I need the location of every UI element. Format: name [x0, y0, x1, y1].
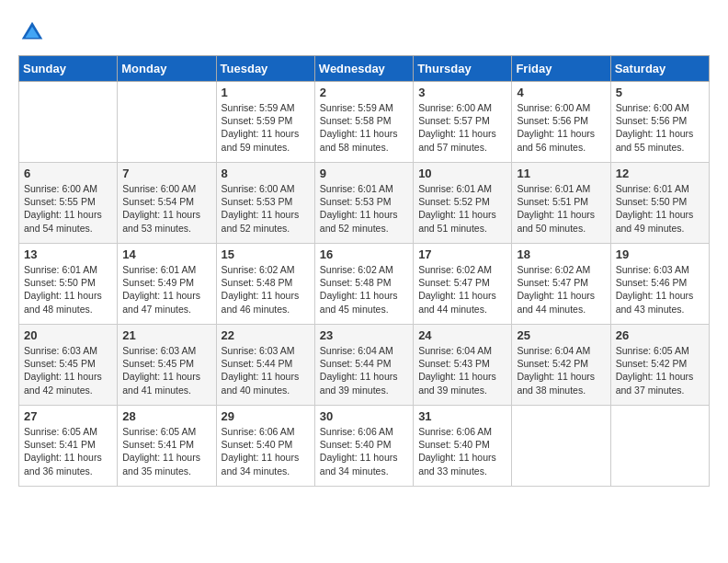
day-number: 14	[122, 247, 210, 261]
calendar-cell: 27Sunrise: 6:05 AM Sunset: 5:41 PM Dayli…	[19, 406, 118, 487]
cell-content: Sunrise: 6:01 AM Sunset: 5:53 PM Dayligh…	[320, 182, 408, 235]
calendar-cell: 22Sunrise: 6:03 AM Sunset: 5:44 PM Dayli…	[216, 325, 314, 406]
cell-content: Sunrise: 6:01 AM Sunset: 5:52 PM Dayligh…	[418, 182, 506, 235]
cell-content: Sunrise: 6:02 AM Sunset: 5:48 PM Dayligh…	[222, 263, 310, 316]
day-header-thursday: Thursday	[414, 56, 512, 82]
calendar-cell: 1Sunrise: 5:59 AM Sunset: 5:59 PM Daylig…	[216, 82, 314, 163]
day-number: 9	[320, 167, 408, 180]
cell-content: Sunrise: 6:00 AM Sunset: 5:56 PM Dayligh…	[616, 101, 704, 154]
cell-content: Sunrise: 6:01 AM Sunset: 5:49 PM Dayligh…	[122, 263, 210, 316]
calendar-week-row: 6Sunrise: 6:00 AM Sunset: 5:55 PM Daylig…	[19, 163, 710, 244]
cell-content: Sunrise: 6:01 AM Sunset: 5:50 PM Dayligh…	[24, 263, 112, 316]
cell-content: Sunrise: 6:03 AM Sunset: 5:44 PM Dayligh…	[222, 344, 310, 396]
day-number: 2	[320, 86, 408, 99]
day-number: 20	[24, 328, 112, 342]
day-number: 21	[122, 328, 210, 342]
cell-content: Sunrise: 6:05 AM Sunset: 5:41 PM Dayligh…	[24, 425, 112, 477]
cell-content: Sunrise: 6:04 AM Sunset: 5:43 PM Dayligh…	[418, 344, 506, 396]
cell-content: Sunrise: 6:03 AM Sunset: 5:45 PM Dayligh…	[122, 344, 210, 396]
day-number: 18	[517, 247, 605, 261]
calendar-cell: 5Sunrise: 6:00 AM Sunset: 5:56 PM Daylig…	[610, 82, 709, 163]
cell-content: Sunrise: 6:00 AM Sunset: 5:57 PM Dayligh…	[418, 101, 506, 154]
calendar-cell: 26Sunrise: 6:05 AM Sunset: 5:42 PM Dayli…	[610, 325, 709, 406]
day-number: 8	[222, 167, 310, 180]
cell-content: Sunrise: 5:59 AM Sunset: 5:58 PM Dayligh…	[320, 101, 408, 154]
calendar-cell: 9Sunrise: 6:01 AM Sunset: 5:53 PM Daylig…	[314, 163, 413, 244]
cell-content: Sunrise: 6:05 AM Sunset: 5:42 PM Dayligh…	[616, 344, 704, 396]
calendar-cell	[610, 406, 709, 487]
calendar-cell: 23Sunrise: 6:04 AM Sunset: 5:44 PM Dayli…	[314, 325, 413, 406]
calendar-week-row: 1Sunrise: 5:59 AM Sunset: 5:59 PM Daylig…	[19, 82, 710, 163]
calendar-cell: 7Sunrise: 6:00 AM Sunset: 5:54 PM Daylig…	[118, 163, 216, 244]
cell-content: Sunrise: 6:01 AM Sunset: 5:51 PM Dayligh…	[517, 182, 605, 235]
cell-content: Sunrise: 6:00 AM Sunset: 5:53 PM Dayligh…	[222, 182, 310, 235]
day-number: 27	[24, 409, 112, 423]
day-number: 31	[418, 409, 506, 423]
logo	[18, 18, 50, 46]
day-number: 10	[418, 167, 506, 180]
day-number: 5	[616, 86, 704, 99]
calendar-cell: 21Sunrise: 6:03 AM Sunset: 5:45 PM Dayli…	[118, 325, 216, 406]
day-number: 23	[320, 328, 408, 342]
calendar-cell: 13Sunrise: 6:01 AM Sunset: 5:50 PM Dayli…	[19, 244, 118, 325]
calendar-week-row: 13Sunrise: 6:01 AM Sunset: 5:50 PM Dayli…	[19, 244, 710, 325]
calendar-table: SundayMondayTuesdayWednesdayThursdayFrid…	[18, 55, 710, 487]
day-number: 26	[616, 328, 704, 342]
day-header-wednesday: Wednesday	[314, 56, 413, 82]
day-number: 22	[222, 328, 310, 342]
cell-content: Sunrise: 6:06 AM Sunset: 5:40 PM Dayligh…	[320, 425, 408, 477]
cell-content: Sunrise: 6:04 AM Sunset: 5:42 PM Dayligh…	[517, 344, 605, 396]
day-number: 4	[517, 86, 605, 99]
cell-content: Sunrise: 6:02 AM Sunset: 5:48 PM Dayligh…	[320, 263, 408, 316]
calendar-cell: 19Sunrise: 6:03 AM Sunset: 5:46 PM Dayli…	[610, 244, 709, 325]
day-number: 19	[616, 247, 704, 261]
calendar-cell: 25Sunrise: 6:04 AM Sunset: 5:42 PM Dayli…	[512, 325, 610, 406]
calendar-cell: 20Sunrise: 6:03 AM Sunset: 5:45 PM Dayli…	[19, 325, 118, 406]
day-header-sunday: Sunday	[19, 56, 118, 82]
calendar-cell: 14Sunrise: 6:01 AM Sunset: 5:49 PM Dayli…	[118, 244, 216, 325]
calendar-cell: 4Sunrise: 6:00 AM Sunset: 5:56 PM Daylig…	[512, 82, 610, 163]
cell-content: Sunrise: 6:04 AM Sunset: 5:44 PM Dayligh…	[320, 344, 408, 396]
calendar-week-row: 20Sunrise: 6:03 AM Sunset: 5:45 PM Dayli…	[19, 325, 710, 406]
cell-content: Sunrise: 6:00 AM Sunset: 5:54 PM Dayligh…	[122, 182, 210, 235]
cell-content: Sunrise: 6:02 AM Sunset: 5:47 PM Dayligh…	[418, 263, 506, 316]
cell-content: Sunrise: 6:06 AM Sunset: 5:40 PM Dayligh…	[418, 425, 506, 477]
calendar-cell: 24Sunrise: 6:04 AM Sunset: 5:43 PM Dayli…	[414, 325, 512, 406]
day-number: 29	[222, 409, 310, 423]
calendar-cell: 29Sunrise: 6:06 AM Sunset: 5:40 PM Dayli…	[216, 406, 314, 487]
calendar-cell: 10Sunrise: 6:01 AM Sunset: 5:52 PM Dayli…	[414, 163, 512, 244]
calendar-cell: 30Sunrise: 6:06 AM Sunset: 5:40 PM Dayli…	[314, 406, 413, 487]
calendar-cell	[512, 406, 610, 487]
calendar-cell: 28Sunrise: 6:05 AM Sunset: 5:41 PM Dayli…	[118, 406, 216, 487]
day-number: 6	[24, 167, 112, 180]
day-number: 13	[24, 247, 112, 261]
day-number: 17	[418, 247, 506, 261]
day-number: 28	[122, 409, 210, 423]
calendar-cell: 6Sunrise: 6:00 AM Sunset: 5:55 PM Daylig…	[19, 163, 118, 244]
calendar-cell: 11Sunrise: 6:01 AM Sunset: 5:51 PM Dayli…	[512, 163, 610, 244]
day-header-friday: Friday	[512, 56, 610, 82]
calendar-cell: 2Sunrise: 5:59 AM Sunset: 5:58 PM Daylig…	[314, 82, 413, 163]
day-header-saturday: Saturday	[610, 56, 709, 82]
cell-content: Sunrise: 6:03 AM Sunset: 5:46 PM Dayligh…	[616, 263, 704, 316]
day-number: 25	[517, 328, 605, 342]
calendar-header-row: SundayMondayTuesdayWednesdayThursdayFrid…	[19, 56, 710, 82]
cell-content: Sunrise: 6:02 AM Sunset: 5:47 PM Dayligh…	[517, 263, 605, 316]
day-number: 24	[418, 328, 506, 342]
day-header-monday: Monday	[118, 56, 216, 82]
calendar-cell: 12Sunrise: 6:01 AM Sunset: 5:50 PM Dayli…	[610, 163, 709, 244]
calendar-cell: 16Sunrise: 6:02 AM Sunset: 5:48 PM Dayli…	[314, 244, 413, 325]
cell-content: Sunrise: 6:06 AM Sunset: 5:40 PM Dayligh…	[222, 425, 310, 477]
page-header	[18, 18, 710, 46]
calendar-cell	[118, 82, 216, 163]
day-number: 15	[222, 247, 310, 261]
cell-content: Sunrise: 6:05 AM Sunset: 5:41 PM Dayligh…	[122, 425, 210, 477]
day-number: 16	[320, 247, 408, 261]
day-number: 3	[418, 86, 506, 99]
day-number: 11	[517, 167, 605, 180]
cell-content: Sunrise: 5:59 AM Sunset: 5:59 PM Dayligh…	[222, 101, 310, 154]
day-number: 1	[222, 86, 310, 99]
calendar-cell	[19, 82, 118, 163]
cell-content: Sunrise: 6:03 AM Sunset: 5:45 PM Dayligh…	[24, 344, 112, 396]
day-header-tuesday: Tuesday	[216, 56, 314, 82]
